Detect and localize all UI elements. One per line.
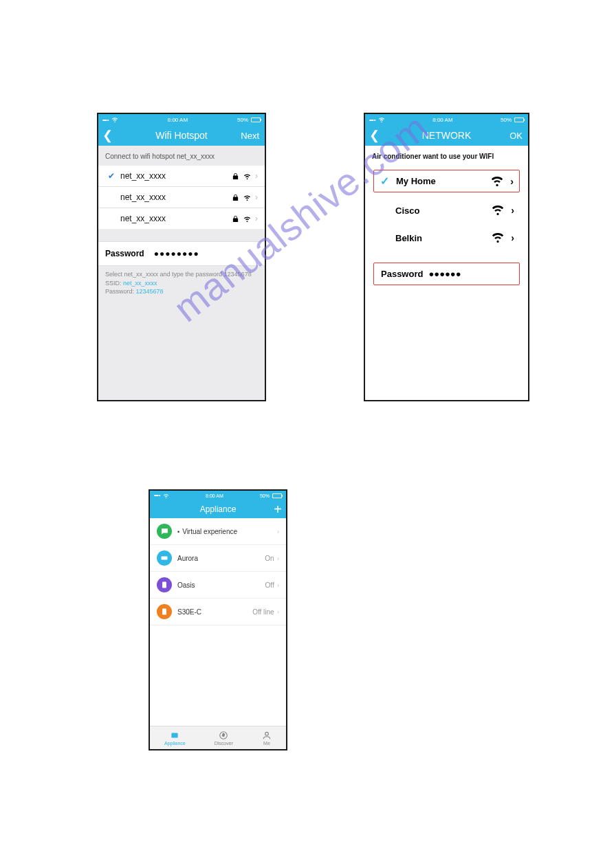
tab-discover[interactable]: Discover (215, 731, 233, 746)
network-name: Belkin (395, 233, 422, 243)
status-time: 8:00 AM (168, 117, 188, 123)
status-bar: 8:00 AM 50% (365, 114, 528, 125)
wifi-row[interactable]: ✔ net_xx_xxxx › (98, 166, 265, 186)
battery-icon (251, 118, 261, 122)
status-time: 8:00 AM (206, 493, 223, 498)
tab-me[interactable]: Me (262, 731, 272, 746)
tab-label: Appliance (164, 741, 186, 746)
chevron-right-icon: › (510, 176, 514, 187)
device-icon (157, 604, 172, 619)
compass-icon (219, 731, 228, 740)
tab-bar: Appliance Discover Me (150, 726, 286, 749)
battery-icon (514, 118, 524, 122)
tab-label: Me (263, 741, 270, 746)
password-row[interactable]: Password ●●●●●● (373, 263, 520, 285)
chevron-right-icon: › (277, 608, 279, 616)
lock-icon (232, 173, 239, 180)
appliance-status: Off line (252, 608, 274, 616)
wifi-signal-icon (492, 205, 504, 215)
wifi-signal-icon (492, 233, 504, 243)
battery-icon (272, 493, 282, 498)
wifi-icon (111, 116, 118, 123)
chevron-right-icon: › (511, 232, 514, 243)
wifi-row[interactable]: net_xx_xxxx › (98, 186, 265, 208)
device-icon (157, 550, 172, 566)
appliance-row[interactable]: S30E-C Off line › (150, 599, 286, 625)
network-message: Air conditioner want to use your WIFI (365, 146, 528, 170)
appliance-row[interactable]: •Virtual experience › (150, 518, 286, 545)
nav-bar: Appliance + (150, 500, 286, 518)
network-name: My Home (396, 176, 436, 186)
appliance-row[interactable]: Aurora On › (150, 545, 286, 572)
chevron-right-icon: › (277, 528, 279, 535)
nav-bar: ❮ Wifi Hotspot Next (98, 125, 265, 146)
phone-network: 8:00 AM 50% ❮ NETWORK OK Air conditioner… (364, 113, 529, 401)
status-bar: 8:00 AM 50% (98, 114, 265, 125)
wifi-name: net_xx_xxxx (118, 171, 232, 181)
tab-appliance[interactable]: Appliance (164, 731, 186, 746)
signal-dots-icon (369, 117, 375, 123)
back-button[interactable]: ❮ (369, 129, 380, 142)
password-row[interactable]: Password ●●●●●●●● (98, 241, 265, 266)
phone-appliance: 8:00 AM 50% Appliance + •Virtual experie… (149, 489, 287, 750)
wifi-signal-icon (491, 177, 503, 186)
network-row-selected[interactable]: ✓ My Home › (373, 170, 520, 192)
appliance-status: Off (265, 581, 274, 589)
check-icon: ✔ (105, 171, 118, 181)
network-row[interactable]: Belkin › (373, 228, 520, 247)
appliance-list: •Virtual experience › Aurora On › Oasis … (150, 518, 286, 726)
password-label: Password (381, 269, 423, 279)
svg-point-3 (265, 732, 269, 735)
tab-label: Discover (215, 741, 233, 746)
device-icon (157, 577, 172, 592)
wifi-icon (163, 493, 169, 499)
wifi-list: ✔ net_xx_xxxx › net_xx_xxxx › (98, 166, 265, 229)
user-icon (262, 731, 272, 740)
battery-percent: 50% (501, 117, 512, 123)
chat-icon (157, 524, 172, 539)
appliance-status: On (265, 555, 274, 562)
add-button[interactable]: + (274, 502, 282, 518)
svg-rect-1 (172, 733, 178, 737)
signal-dots-icon (154, 493, 160, 498)
appliance-name: Aurora (177, 555, 265, 562)
chevron-right-icon: › (277, 581, 279, 589)
password-value: ●●●●●● (428, 269, 461, 279)
wifi-signal-icon (243, 194, 251, 201)
network-name: Cisco (395, 205, 419, 216)
appliance-row[interactable]: Oasis Off › (150, 572, 286, 599)
phone-wifi-hotspot: 8:00 AM 50% ❮ Wifi Hotspot Next Connect … (97, 113, 266, 401)
check-icon: ✓ (380, 175, 389, 188)
chevron-right-icon: › (255, 171, 258, 181)
wifi-name: net_xx_xxxx (118, 192, 232, 202)
appliance-name: •Virtual experience (177, 528, 277, 535)
connect-message: Connect to wifi hotspot net_xx_xxxx (98, 146, 265, 166)
wifi-row[interactable]: net_xx_xxxx › (98, 208, 265, 229)
wifi-icon (378, 116, 385, 123)
back-button[interactable]: ❮ (102, 129, 113, 142)
next-button[interactable]: Next (241, 131, 259, 141)
lock-icon (232, 194, 239, 201)
appliance-tab-icon (170, 731, 179, 740)
hint-text: Select net_xx_xxxx and type the password… (98, 266, 265, 299)
nav-title: NETWORK (422, 130, 472, 141)
network-row[interactable]: Cisco › (373, 201, 520, 220)
password-value: ●●●●●●●● (154, 249, 199, 258)
wifi-signal-icon (243, 215, 251, 223)
svg-rect-0 (162, 557, 168, 560)
wifi-name: net_xx_xxxx (118, 214, 232, 223)
battery-percent: 50% (260, 493, 270, 498)
status-bar: 8:00 AM 50% (150, 491, 286, 500)
status-time: 8:00 AM (432, 117, 452, 123)
appliance-name: Oasis (177, 581, 265, 589)
nav-title: Wifi Hotspot (155, 130, 207, 141)
chevron-right-icon: › (255, 214, 258, 223)
wifi-signal-icon (243, 173, 251, 180)
lock-icon (232, 215, 239, 223)
ok-button[interactable]: OK (509, 131, 523, 141)
nav-title: Appliance (200, 504, 237, 514)
nav-bar: ❮ NETWORK OK (365, 125, 528, 146)
password-label: Password (105, 249, 144, 258)
battery-percent: 50% (237, 117, 248, 123)
signal-dots-icon (102, 117, 109, 123)
